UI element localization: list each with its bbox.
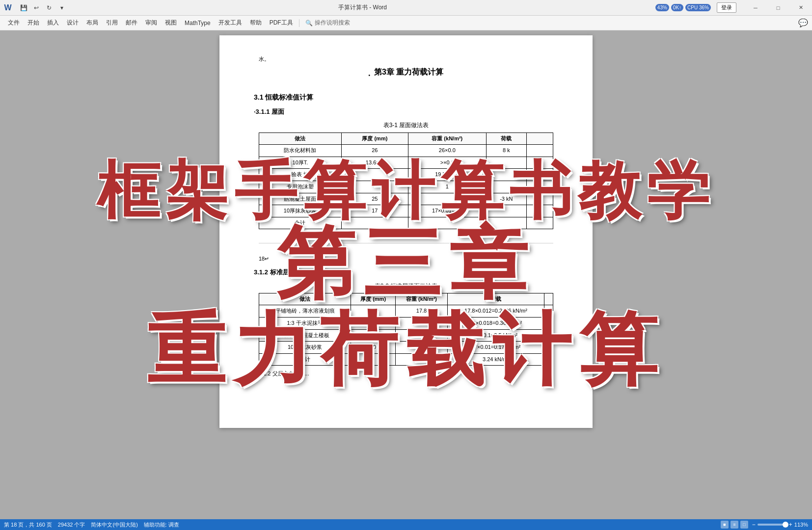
cell: 平铺地砖，薄水溶液划痕 — [259, 305, 351, 318]
table2-header-thickness: 厚度 (mm) — [351, 293, 396, 305]
table2-header-load: 荷载 — [448, 293, 544, 305]
cell — [341, 217, 408, 229]
accessibility-info: 辅助功能: 调查 — [144, 521, 179, 529]
cell — [486, 169, 526, 181]
cell: 19.5×0.03 — [408, 169, 486, 181]
table1-header-load: 荷载 — [486, 132, 526, 145]
cell: 17 — [395, 342, 447, 354]
menu-insert[interactable]: 插入 — [43, 18, 63, 28]
table-row: 合计 3.24 kN/m² — [259, 353, 553, 366]
cell: >×0.1 — [408, 157, 486, 169]
cell: 25 — [395, 329, 447, 342]
menu-file[interactable]: 文件 — [4, 18, 24, 28]
zoom-out-icon[interactable]: − — [752, 521, 756, 528]
table1-header-extra — [526, 132, 553, 145]
cpu-indicator: 43% — [655, 4, 669, 11]
table-row: 合计 — [259, 217, 553, 229]
cell: 25×0.1=2.5 kN/m² — [448, 329, 544, 342]
titlebar: W 💾 ↩ ↻ ▾ 手算计算书 - Word 43% 0K↑ CPU 36% 登… — [0, 0, 812, 16]
cell — [486, 205, 526, 217]
menu-layout[interactable]: 布局 — [82, 18, 102, 28]
search-area[interactable]: 🔍 操作说明搜索 — [305, 19, 350, 27]
cell — [526, 145, 553, 157]
redo-button[interactable]: ↻ — [43, 2, 55, 14]
menu-view[interactable]: 视图 — [161, 18, 181, 28]
cell: 17×0.01=0.17 kN/m² — [448, 342, 544, 354]
customize-button[interactable]: ▾ — [56, 2, 68, 14]
table1-caption: 表3-1 屋面做法表 — [259, 121, 553, 130]
minimize-button[interactable]: ─ — [744, 0, 767, 16]
cell: 13.6×0. — [341, 157, 408, 169]
menu-mailings[interactable]: 邮件 — [122, 18, 141, 28]
doc-bottom-text: 3.1.2 父层主向楼面... — [259, 370, 553, 378]
cell — [486, 181, 526, 193]
table-row: 10 厚抹灰砂浆 10 17 17×0.01=0.17 kN/m² — [259, 342, 553, 354]
table1: 做法 厚度 (mm) 容重 (kN/m²) 荷载 防水化材料加 26 26×0.… — [259, 132, 553, 230]
cell: 筋混凝土屋面 — [259, 193, 342, 205]
zoom-control[interactable]: − + 113% — [752, 521, 808, 528]
cell — [526, 181, 553, 193]
cell: 8 k — [486, 145, 526, 157]
menu-mathtype[interactable]: MathType — [181, 19, 215, 27]
table-row: 平铺地砖，薄水溶液划痕 12 17.8 17.8×0.012=0.2136 kN… — [259, 305, 553, 318]
cell — [341, 169, 408, 181]
network-indicator: 0K↑ — [671, 4, 683, 11]
cell — [341, 181, 408, 193]
table-row: 1:3 干水泥抹平 18 20 20×0.018=0.36 kN/m² — [259, 318, 553, 330]
table2-caption: 表3-2 标准层楼面做法表 — [259, 282, 553, 291]
maximize-button[interactable]: □ — [767, 0, 789, 16]
cell: 合计 — [259, 217, 342, 229]
table2-header-extra — [544, 293, 553, 305]
cell: 10厚抹灰砂浆 — [259, 205, 342, 217]
cell — [408, 193, 486, 205]
menu-developer[interactable]: 开发工具 — [215, 18, 246, 28]
cell — [526, 193, 553, 205]
cell: 10 厚抹灰砂浆 — [259, 342, 351, 354]
view-icons: ■ ≡ □ — [721, 521, 748, 529]
statusbar: 第 18 页，共 160 页 29432 个字 简体中文(中国大陆) 辅助功能:… — [0, 519, 812, 530]
menu-references[interactable]: 引用 — [102, 18, 122, 28]
cell — [351, 353, 396, 366]
search-icon: 🔍 — [305, 20, 313, 26]
cell: m² — [526, 205, 553, 217]
view-icon-print[interactable]: ≡ — [731, 521, 738, 529]
cell: 17×0.01=0.1 — [408, 205, 486, 217]
menu-home[interactable]: 开始 — [24, 18, 43, 28]
table-row: 筋混凝土屋面 25 -3 kN — [259, 193, 553, 205]
system-tray: 43% 0K↑ CPU 36% — [655, 4, 711, 11]
cell: 26 — [341, 145, 408, 157]
table-row: 专用泡沫塑 1 — [259, 181, 553, 193]
close-button[interactable]: ✕ — [789, 0, 812, 16]
login-button[interactable]: 登录 — [717, 2, 736, 13]
zoom-slider[interactable] — [758, 524, 787, 526]
table-row: 现浇钢筋混凝土楼板 100 25 25×0.1=2.5 kN/m² — [259, 329, 553, 342]
view-icon-web[interactable]: □ — [740, 521, 748, 529]
cell — [486, 157, 526, 169]
quick-access-toolbar: 💾 ↩ ↻ ▾ — [16, 2, 70, 14]
menu-help[interactable]: 帮助 — [246, 18, 266, 28]
cell — [395, 353, 447, 366]
cell: 专用泡沫塑 — [259, 181, 342, 193]
page-info: 第 18 页，共 160 页 — [4, 521, 52, 529]
chat-icon[interactable]: 💬 — [798, 18, 808, 27]
menu-design[interactable]: 设计 — [63, 18, 82, 28]
view-icon-read[interactable]: ■ — [721, 521, 729, 529]
cell: 17.8×0.012=0.2136 kN/m² — [448, 305, 544, 318]
cell: 10厚T. — [259, 157, 342, 169]
bullet-point: • — [369, 72, 371, 80]
zoom-in-icon[interactable]: + — [789, 521, 792, 528]
cell: 10 — [351, 342, 396, 354]
menu-pdf[interactable]: PDF工具 — [266, 18, 297, 28]
cell — [544, 318, 553, 330]
cell: 1 — [408, 181, 486, 193]
save-button[interactable]: 💾 — [18, 2, 29, 14]
cell: 验表 坡 — [259, 169, 342, 181]
undo-button[interactable]: ↩ — [30, 2, 42, 14]
section-3-1-2-title: 3.1.2 标准层楼面 — [254, 267, 553, 278]
cell: -3 kN — [486, 193, 526, 205]
cell — [544, 305, 553, 318]
cell: 26×0.0 — [408, 145, 486, 157]
zoom-thumb — [783, 522, 788, 528]
menu-review[interactable]: 审阅 — [141, 18, 161, 28]
spacer1 — [259, 233, 553, 243]
